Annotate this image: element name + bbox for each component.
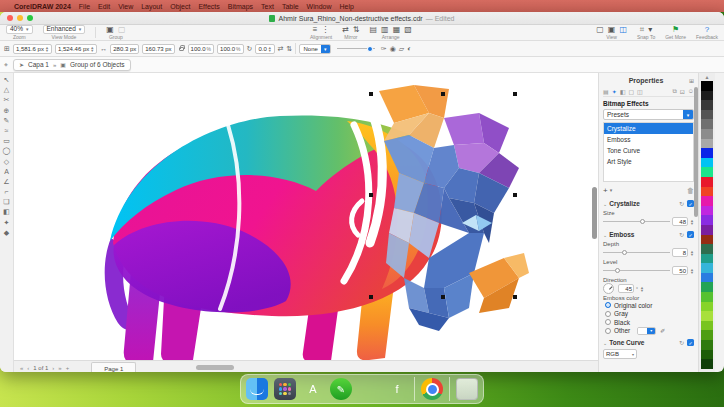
outline-settings-icon[interactable]: ✑ [381,45,387,53]
panel-options-icon[interactable]: ⊞ [689,77,694,84]
tone-curve-section-header[interactable]: ⌄ Tone Curve ↻ ✓ [603,337,694,348]
selection-handle[interactable] [369,295,373,299]
palette-swatch[interactable] [701,244,713,254]
object-width-field[interactable]: 280.3 px [110,44,139,54]
selection-handle[interactable] [513,295,517,299]
selection-handle[interactable] [441,92,445,96]
depth-slider[interactable] [603,252,670,253]
fullscreen-preview-icon[interactable]: ▢ [596,26,604,34]
snap-to-icon[interactable]: ⌗ [640,26,645,34]
presets-dropdown[interactable]: Presets ▾ [603,109,694,120]
connector-tool[interactable]: ⌐ [4,188,8,195]
tab-outline-icon[interactable]: ▢ [628,88,634,95]
palette-swatch[interactable] [701,110,713,120]
dock-icon-chrome[interactable] [421,378,443,400]
last-page-button[interactable]: » [58,365,61,371]
add-page-button[interactable]: + [66,365,70,371]
tab-effects-icon[interactable]: ✦ [612,88,617,95]
page-tab[interactable]: Page 1 [91,362,136,372]
palette-swatch[interactable] [701,302,713,312]
get-more-flag-icon[interactable]: ⚑ [672,26,679,34]
other-color-swatch[interactable]: ▾ [637,327,656,335]
palette-swatch[interactable] [701,235,713,245]
first-page-button[interactable]: « [20,365,23,371]
emboss-color-option-black[interactable]: Black [603,318,694,327]
effect-item-emboss[interactable]: Emboss [604,134,693,145]
menu-table[interactable]: Table [282,3,299,10]
tab-summary-icon[interactable]: ▤ [603,88,609,95]
shape-tool[interactable]: △ [4,86,9,93]
mirror-horizontal-icon[interactable]: ⇄ [342,26,349,34]
feedback-icon[interactable]: ? [705,26,709,34]
palette-swatch[interactable] [701,292,713,302]
canvas-vertical-scrollbar[interactable] [592,187,597,239]
slider-thumb[interactable] [640,219,645,224]
reset-icon[interactable]: ↻ [679,231,684,238]
selection-handle[interactable] [369,193,373,197]
palette-swatch[interactable] [701,282,713,292]
palette-swatch[interactable] [701,129,713,139]
ungroup-objects-icon[interactable]: ▢ [118,26,126,34]
dock-icon-app-store[interactable]: A [302,378,324,400]
depth-value-field[interactable]: 8 [672,248,688,257]
artistic-media-tool[interactable]: ≈ [5,127,9,134]
palette-swatch[interactable] [701,119,713,129]
rectangle-tool[interactable]: ▭ [3,137,10,144]
align-icon[interactable]: ≡ [313,26,318,34]
breadcrumb-layer[interactable]: Capa 1 [28,61,49,68]
wrap-text-icon[interactable]: ▱ [399,45,404,53]
palette-swatch[interactable] [701,225,713,235]
menu-bitmaps[interactable]: Bitmaps [228,3,253,10]
eyedropper-tool[interactable]: ✦ [4,219,10,226]
copy-properties-icon[interactable]: ⧉ [673,88,677,95]
palette-swatch[interactable] [701,254,713,264]
tone-curve-channel-select[interactable]: RGB ▾ [603,349,637,359]
menu-text[interactable]: Text [261,3,274,10]
level-slider[interactable] [603,270,670,271]
radio-button[interactable] [605,302,611,308]
rotation-angle-field[interactable]: 0.0▲▼ [255,44,274,54]
to-back-icon[interactable]: ▥ [381,26,389,34]
view-mode-select[interactable]: Enhanced▾ [43,25,86,34]
tone-curve-enabled-checkbox[interactable]: ✓ [687,339,694,346]
back-one-icon[interactable]: ▧ [404,26,412,34]
chevron-down-icon[interactable]: ▾ [610,187,613,193]
menu-layout[interactable]: Layout [141,3,162,10]
menu-edit[interactable]: Edit [98,3,110,10]
palette-swatch[interactable] [701,340,713,350]
zoom-level-select[interactable]: 40%▾ [6,25,33,34]
palette-swatch[interactable] [701,158,713,168]
dock-icon-launchpad[interactable] [274,378,296,400]
breadcrumb[interactable]: ➤ Capa 1 » ▣ Group of 6 Objects [13,59,131,71]
tab-transparency-icon[interactable]: ◫ [637,88,643,95]
breadcrumb-object[interactable]: Group of 6 Objects [70,61,125,68]
menu-window[interactable]: Window [307,3,332,10]
drawing-canvas[interactable] [14,73,598,360]
palette-swatch[interactable] [701,148,713,158]
slider-thumb[interactable] [622,250,627,255]
pin-panel-icon[interactable]: ⊡ [680,88,685,95]
flip-horizontal-icon[interactable]: ⇄ [278,45,284,53]
outline-width-select[interactable]: None▾ [299,44,330,54]
dimension-tool[interactable]: ∠ [3,178,9,185]
preview-active-icon[interactable]: ◫ [619,26,627,34]
emboss-color-option-other[interactable]: Other▾✐ [603,327,694,336]
window-title-bar[interactable]: Ahmir Sura_Rhino_Non-destructive effects… [0,12,724,25]
minimize-window-button[interactable] [17,15,23,21]
palette-swatch[interactable] [701,273,713,283]
palette-swatch[interactable] [701,91,713,101]
forward-one-icon[interactable]: ▦ [393,26,401,34]
crystalize-enabled-checkbox[interactable]: ✓ [687,200,694,207]
palette-scroll-up-icon[interactable]: ▲ [705,75,710,80]
edit-fill-icon[interactable]: ◐ [407,45,411,52]
distribute-icon[interactable]: ⋮ [321,26,329,34]
object-y-field[interactable]: 1,524.46 px▲▼ [55,44,97,54]
palette-swatch[interactable] [701,196,713,206]
app-menu[interactable]: CorelDRAW 2024 [14,3,71,10]
delete-effect-icon[interactable]: 🗑 [687,187,694,194]
palette-swatch[interactable] [701,215,713,225]
reset-icon[interactable]: ↻ [679,339,684,346]
lock-ratio-icon[interactable] [179,47,184,51]
radio-button[interactable] [605,319,611,325]
to-front-icon[interactable]: ▤ [370,26,378,34]
